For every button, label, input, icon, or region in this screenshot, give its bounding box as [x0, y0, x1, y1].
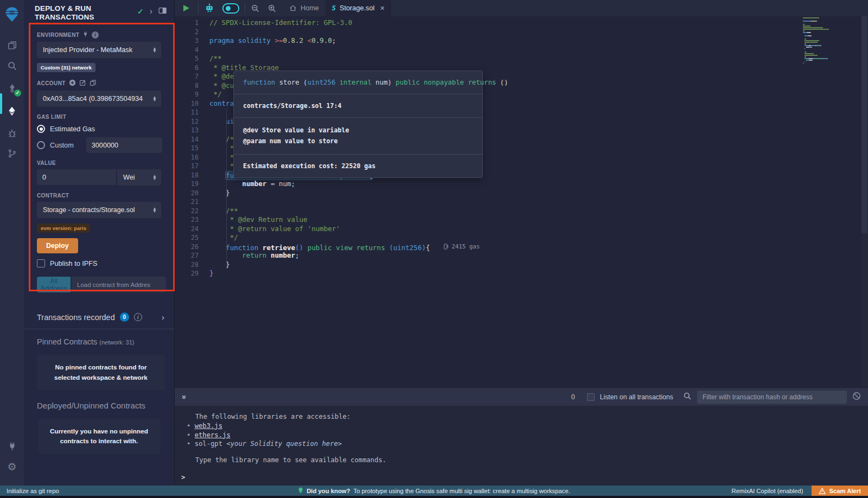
minimap[interactable]	[803, 17, 859, 65]
tab-home[interactable]: Home	[283, 0, 326, 16]
environment-select[interactable]: Injected Provider - MetaMask ▲▼	[37, 42, 161, 58]
code-line[interactable]: function retrieve() public view returns …	[209, 242, 797, 252]
value-input[interactable]	[37, 169, 116, 185]
environment-info-icon[interactable]: i	[92, 31, 99, 39]
clear-console-icon[interactable]	[852, 392, 861, 403]
deploy-run-icon[interactable]	[0, 101, 24, 122]
code-editor[interactable]: 1234567891011121314151617181920212223242…	[175, 16, 868, 387]
code-line[interactable]: }	[209, 269, 797, 278]
code-line[interactable]	[209, 197, 797, 207]
close-tab-icon[interactable]: ✕	[380, 5, 385, 12]
terminal-filter-input[interactable]	[697, 391, 847, 404]
pin-panel-icon[interactable]	[158, 7, 167, 16]
terminal-prompt[interactable]: >	[181, 474, 185, 481]
custom-gas-option[interactable]: Custom	[37, 141, 74, 149]
code-line[interactable]: }	[209, 189, 797, 198]
transactions-expand-icon[interactable]: ›	[162, 312, 164, 322]
code-line[interactable]: }	[209, 260, 797, 270]
line-number-gutter[interactable]: 1234567891011121314151617181920212223242…	[175, 18, 209, 278]
terminal-collapse-icon[interactable]: »	[180, 395, 189, 399]
line-number[interactable]: 21	[175, 197, 209, 207]
code-line[interactable]: */	[209, 233, 797, 242]
terminal-output[interactable]: The following libraries are accessible: …	[175, 406, 868, 486]
editor-scrollbar[interactable]	[861, 16, 868, 387]
custom-gas-radio[interactable]	[37, 141, 45, 149]
estimated-gas-radio[interactable]	[37, 125, 45, 133]
code-line[interactable]	[209, 28, 797, 37]
publish-ipfs-checkbox[interactable]	[37, 259, 45, 267]
code-line[interactable]	[209, 46, 797, 55]
code-line[interactable]: pragma solidity >=0.8.2 <0.9.0;	[209, 36, 797, 46]
line-number[interactable]: 5	[175, 54, 209, 63]
code-line[interactable]: return number;	[209, 251, 797, 260]
file-explorer-icon[interactable]	[0, 35, 24, 55]
plug-icon[interactable]	[82, 31, 88, 39]
line-number[interactable]: 6	[175, 63, 209, 73]
at-address-input[interactable]	[72, 277, 166, 292]
transactions-recorded-row[interactable]: Transactions recorded 0 i ›	[24, 304, 174, 329]
scrollbar-thumb[interactable]	[861, 16, 867, 233]
copy-account-icon[interactable]	[90, 79, 97, 87]
line-number[interactable]: 7	[175, 72, 209, 81]
sign-message-icon[interactable]	[79, 79, 86, 87]
copilot-status[interactable]: RemixAI Copilot (enabled)	[732, 488, 803, 494]
run-script-icon[interactable]	[175, 0, 196, 16]
line-number[interactable]: 26	[175, 242, 209, 252]
account-select[interactable]: 0xA03...85ac4 (0.398673504934 ▲▼	[37, 91, 161, 107]
web3-link[interactable]: web3.js	[195, 422, 222, 430]
plugin-manager-icon[interactable]	[0, 436, 24, 456]
at-address-button[interactable]: At Address	[37, 277, 71, 292]
value-unit-select[interactable]: Wei ▲▼	[117, 169, 161, 186]
line-number[interactable]: 3	[175, 36, 209, 46]
transactions-info-icon[interactable]: i	[134, 313, 142, 321]
line-number[interactable]: 19	[175, 180, 209, 189]
line-number[interactable]: 25	[175, 233, 209, 242]
tab-storage-sol[interactable]: S Storage.sol ✕	[326, 0, 392, 16]
code-line[interactable]: * @return value of 'number'	[209, 225, 797, 234]
line-number[interactable]: 28	[175, 260, 209, 270]
search-icon[interactable]	[0, 55, 24, 76]
line-number[interactable]: 2	[175, 28, 209, 37]
estimated-gas-option[interactable]: Estimated Gas	[37, 125, 161, 133]
settings-icon[interactable]: ⚙	[0, 456, 24, 477]
remix-logo[interactable]	[0, 3, 24, 25]
zoom-in-icon[interactable]	[264, 0, 280, 16]
line-number[interactable]: 13	[175, 126, 209, 135]
custom-gas-input[interactable]	[86, 137, 162, 153]
line-number[interactable]: 27	[175, 251, 209, 260]
copilot-toggle[interactable]	[219, 0, 243, 16]
line-number[interactable]: 20	[175, 189, 209, 198]
line-number[interactable]: 17	[175, 162, 209, 171]
line-number[interactable]: 18	[175, 171, 209, 180]
scam-alert-button[interactable]: Scam Alert	[812, 486, 868, 496]
line-number[interactable]: 10	[175, 99, 209, 108]
line-number[interactable]: 23	[175, 215, 209, 225]
code-line[interactable]: number = num;	[209, 180, 797, 189]
line-number[interactable]: 4	[175, 46, 209, 55]
code-line[interactable]: * @dev Return value	[209, 215, 797, 225]
remix-ai-icon[interactable]	[200, 0, 219, 16]
zoom-out-icon[interactable]	[247, 0, 264, 16]
panel-collapse-icon[interactable]: ›	[150, 8, 152, 15]
add-account-icon[interactable]	[69, 79, 76, 87]
ethers-link[interactable]: ethers.js	[195, 431, 231, 439]
deploy-button[interactable]: Deploy	[37, 238, 78, 253]
line-number[interactable]: 11	[175, 108, 209, 117]
line-number[interactable]: 8	[175, 81, 209, 91]
git-init-status[interactable]: Initialize as git repo	[0, 488, 59, 494]
line-number[interactable]: 16	[175, 153, 209, 162]
publish-ipfs-option[interactable]: Publish to IPFS	[37, 259, 161, 267]
line-number[interactable]: 14	[175, 135, 209, 144]
line-number[interactable]: 12	[175, 117, 209, 126]
line-number[interactable]: 9	[175, 90, 209, 99]
code-line[interactable]: /**	[209, 54, 797, 63]
solidity-compiler-icon[interactable]: ✓	[0, 78, 24, 99]
line-number[interactable]: 15	[175, 144, 209, 153]
debugger-icon[interactable]	[0, 123, 24, 143]
line-number[interactable]: 1	[175, 18, 209, 28]
contract-select[interactable]: Storage - contracts/Storage.sol ▲▼	[37, 202, 161, 218]
line-number[interactable]: 22	[175, 207, 209, 216]
line-number[interactable]: 29	[175, 269, 209, 278]
line-number[interactable]: 24	[175, 225, 209, 234]
listen-all-checkbox[interactable]	[587, 393, 595, 401]
